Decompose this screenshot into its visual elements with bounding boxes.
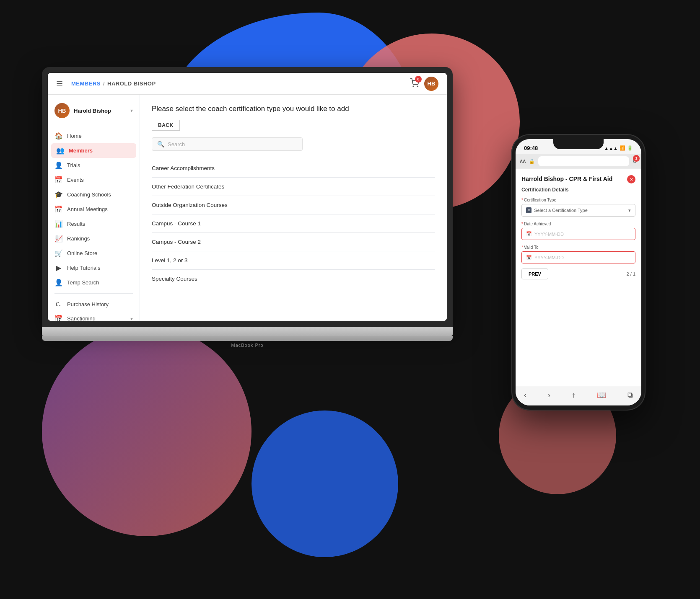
phone-url-bar[interactable]: [538, 156, 629, 166]
sidebar-label-home: Home: [67, 133, 82, 139]
sidebar-item-results[interactable]: 📊 Results: [48, 217, 140, 231]
sidebar-item-events[interactable]: 📅 Events: [48, 173, 140, 187]
phone-modal-header: ✕ Harrold Bishop - CPR & First Aid: [521, 175, 635, 183]
sidebar-item-sanctioning[interactable]: 📅 Sanctioning ▾: [48, 311, 140, 321]
select-icon: ≡: [526, 207, 531, 213]
close-icon[interactable]: ✕: [627, 175, 635, 183]
sidebar-label-tempsearch: Temp Search: [67, 279, 99, 286]
cert-item-5[interactable]: Level 1, 2 or 3: [152, 251, 435, 270]
select-left: ≡ Select a Certification Type: [526, 207, 588, 213]
battery-icon: 🔋: [627, 145, 633, 151]
store-icon: 🛒: [54, 249, 63, 257]
nav-back-button[interactable]: ‹: [524, 391, 526, 400]
cert-type-label-text: Certification Type: [524, 198, 556, 202]
breadcrumb-current: HAROLD BISHOP: [107, 80, 156, 87]
phone-content: ✕ Harrold Bishop - CPR & First Aid Certi…: [516, 169, 641, 386]
search-icon: 🔍: [157, 141, 164, 147]
sidebar-label-sanctioning: Sanctioning: [67, 315, 96, 321]
sidebar-item-annual-meetings[interactable]: 📅 Annual Meetings: [48, 202, 140, 217]
sidebar-divider: [54, 293, 133, 294]
select-arrow: ▾: [628, 208, 631, 213]
sidebar-item-help-tutorials[interactable]: ▶ Help Tutorials: [48, 261, 140, 275]
sidebar-item-purchase-history[interactable]: 🗂 Purchase History: [48, 297, 140, 311]
cert-item-1[interactable]: Other Federation Certificates: [152, 178, 435, 196]
rankings-icon: 📈: [54, 235, 63, 243]
coaching-icon: 🎓: [54, 191, 63, 199]
calendar-icon-1: 📅: [526, 231, 532, 237]
back-button[interactable]: BACK: [152, 120, 180, 131]
phone-screen: 09:48 ▲▲▲ 📶 🔋 AA 🔒 ↻ ✕ Harrold Bishop - …: [516, 139, 641, 405]
top-navbar: ☰ MEMBERS / HAROLD BISHOP 0 HB: [48, 73, 447, 95]
phone-valid-to-input[interactable]: 📅 YYYY-MM-DD: [521, 251, 635, 263]
calendar-icon-2: 📅: [526, 255, 532, 260]
sidebar-label-trials: Trials: [67, 162, 80, 168]
nav-forward-button[interactable]: ›: [548, 391, 550, 400]
cert-item-3[interactable]: Campus - Course 1: [152, 214, 435, 233]
sidebar-label-help: Help Tutorials: [67, 265, 100, 271]
nav-bookmark-button[interactable]: 📖: [597, 390, 606, 400]
phone-date-achieved-input[interactable]: 📅 YYYY-MM-DD: [521, 228, 635, 240]
valid-to-placeholder: YYYY-MM-DD: [534, 255, 564, 260]
phone-browser-bar: AA 🔒 ↻: [516, 154, 641, 169]
purchase-icon: 🗂: [54, 300, 63, 308]
cert-item-2[interactable]: Outside Organization Courses: [152, 196, 435, 214]
content-title: Please select the coach certification ty…: [152, 105, 435, 113]
signal-icon: ▲▲▲: [604, 146, 618, 151]
breadcrumb-members[interactable]: MEMBERS: [71, 80, 101, 87]
cert-item-6[interactable]: Specialty Courses: [152, 270, 435, 288]
svg-point-1: [417, 86, 418, 87]
phone-status-icons: ▲▲▲ 📶 🔋: [604, 145, 633, 151]
cart-badge: 0: [415, 76, 422, 83]
sidebar-chevron[interactable]: ▾: [130, 108, 133, 114]
sidebar-avatar: HB: [54, 103, 70, 118]
sidebar-item-temp-search[interactable]: 👤 Temp Search: [48, 275, 140, 290]
phone-date-achieved-label: * Date Achieved: [521, 222, 635, 226]
topnav-actions: 0 HB: [410, 77, 438, 91]
sidebar-item-coaching-schools[interactable]: 🎓 Coaching Schools: [48, 187, 140, 202]
sanctioning-chevron: ▾: [130, 316, 133, 321]
hamburger-icon[interactable]: ☰: [56, 79, 63, 88]
wifi-icon: 📶: [620, 145, 625, 151]
search-bar[interactable]: 🔍 Search: [152, 137, 303, 151]
home-icon: 🏠: [54, 132, 63, 140]
phone-aa-label[interactable]: AA: [520, 159, 526, 164]
sidebar-user-name: Harold Bishop: [74, 108, 126, 114]
phone-cert-type-select[interactable]: ≡ Select a Certification Type ▾: [521, 204, 635, 217]
sidebar-label-store: Online Store: [67, 250, 97, 256]
avatar: HB: [424, 77, 438, 91]
req-star: *: [521, 198, 523, 202]
cart-icon-wrap[interactable]: 0: [410, 78, 419, 89]
nav-tabs-button[interactable]: ⧉: [627, 391, 633, 400]
sidebar-label-coaching: Coaching Schools: [67, 191, 111, 198]
phone-lock-icon: 🔒: [529, 159, 535, 164]
phone-modal-title: Harrold Bishop - CPR & First Aid: [521, 175, 625, 183]
laptop-screen: ☰ MEMBERS / HAROLD BISHOP 0 HB: [48, 73, 447, 321]
phone-section-title: Certification Details: [521, 187, 635, 193]
cert-type-placeholder: Select a Certification Type: [534, 208, 588, 213]
prev-button[interactable]: PREV: [521, 269, 548, 279]
nav-share-button[interactable]: ↑: [572, 391, 576, 400]
sidebar-item-rankings[interactable]: 📈 Rankings: [48, 231, 140, 246]
sidebar-item-members[interactable]: 👥 Members: [51, 143, 136, 158]
laptop-bezel: ☰ MEMBERS / HAROLD BISHOP 0 HB: [42, 67, 453, 327]
date-achieved-placeholder: YYYY-MM-DD: [534, 232, 564, 237]
valid-to-label-text: Valid To: [524, 245, 539, 250]
cert-item-4[interactable]: Campus - Course 2: [152, 233, 435, 251]
sidebar-item-trials[interactable]: 👤 Trials: [48, 158, 140, 173]
phone-notif-badge: 1: [633, 155, 640, 162]
page-count: 2 / 1: [627, 271, 635, 276]
svg-point-0: [413, 86, 414, 87]
phone-date-achieved-group: * Date Achieved 📅 YYYY-MM-DD: [521, 222, 635, 240]
main-content: Please select the coach certification ty…: [140, 95, 447, 321]
laptop: ☰ MEMBERS / HAROLD BISHOP 0 HB: [42, 67, 453, 360]
breadcrumb: MEMBERS / HAROLD BISHOP: [71, 80, 410, 87]
laptop-foot: [42, 336, 453, 341]
cert-item-0[interactable]: Career Accomplishments: [152, 159, 435, 178]
bg-blob-blue-bottom: [251, 411, 398, 557]
trials-icon: 👤: [54, 161, 63, 169]
breadcrumb-separator: /: [103, 80, 105, 87]
sidebar-item-online-store[interactable]: 🛒 Online Store: [48, 246, 140, 261]
sidebar-item-home[interactable]: 🏠 Home: [48, 129, 140, 143]
req-star-2: *: [521, 222, 523, 226]
phone-nav-row: PREV 2 / 1: [521, 269, 635, 279]
